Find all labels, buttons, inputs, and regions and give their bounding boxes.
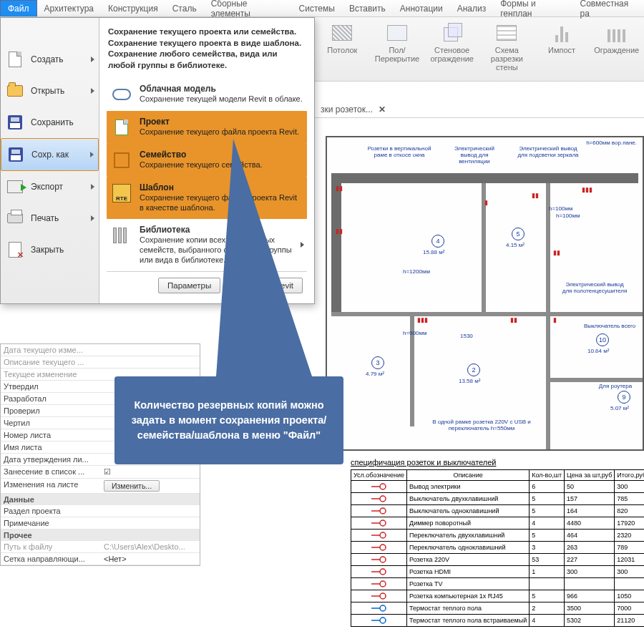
symbol-cell: [351, 517, 407, 530]
property-value[interactable]: [101, 356, 200, 368]
schedule-row: Диммер поворотный4448017920Legra: [351, 517, 645, 530]
property-key: Описание текущего ...: [1, 356, 101, 368]
dim-label: h=100мм: [549, 206, 572, 213]
symbol-cell: [351, 554, 407, 566]
symbol-cell: [351, 530, 407, 542]
file-save[interactable]: Сохранить: [1, 107, 99, 138]
template-icon: RTE: [111, 182, 132, 204]
property-value[interactable]: C:\Users\Alex\Deskto...: [101, 541, 200, 552]
close-icon[interactable]: ✕: [379, 104, 386, 114]
schedule-header: Усл.обозначение: [351, 470, 407, 481]
svg-point-21: [380, 605, 386, 611]
file-print[interactable]: Печать: [1, 203, 99, 234]
schedule-row: Переключатель одноклавишний3263789Legra: [351, 542, 645, 554]
property-value[interactable]: Изменить...: [101, 479, 200, 493]
property-value[interactable]: ☑: [101, 466, 200, 478]
dim-label: h=900мм: [403, 331, 426, 337]
property-value[interactable]: [101, 344, 200, 356]
edit-button[interactable]: Изменить...: [104, 480, 160, 492]
drawing-canvas[interactable]: h=600мм вор.пане. 4 15.88 м² 5 4.15 м² 3…: [326, 136, 644, 451]
family-icon: [111, 150, 132, 171]
tab-structure[interactable]: Конструкция: [101, 1, 165, 16]
schedule-table: специфичация розеток и выключателей Усл.…: [351, 455, 644, 627]
btn-ceiling[interactable]: Потолок: [315, 17, 370, 57]
tab-systems[interactable]: Системы: [292, 1, 342, 16]
file-close[interactable]: Закрыть: [1, 234, 99, 265]
annotation: В одной рамке розетка 220V с USB и перек…: [431, 419, 532, 432]
chevron-right-icon: [91, 184, 94, 190]
room-area: 4.79 м²: [366, 371, 384, 377]
chevron-right-icon: [90, 152, 94, 157]
tab-analyze[interactable]: Анализ: [450, 1, 494, 16]
property-row[interactable]: Раздел проекта: [1, 505, 200, 517]
schedule-row: Розетка компьютерная 1x RJ4559661050Legr…: [351, 590, 645, 602]
property-value[interactable]: <Нет>: [101, 553, 200, 565]
schedule-header: Итого,руб: [615, 470, 644, 481]
schedule-row: Выключатель одноклавишний5164820Legra: [351, 505, 645, 517]
btn-curtain-wall[interactable]: Стеновое ограждение: [424, 17, 479, 66]
ceiling-icon: [331, 21, 353, 44]
btn-mullion[interactable]: Импост: [535, 17, 590, 57]
room-tag: 3: [371, 356, 384, 369]
railing-label: Ограждение: [594, 46, 639, 54]
saveas-cloud[interactable]: Облачная модельСохранение текущей модели…: [107, 78, 307, 111]
svg-point-23: [380, 618, 386, 623]
view-tab-title: зки розеток...: [321, 104, 373, 114]
property-key: Разработал: [1, 393, 101, 404]
svg-point-9: [380, 532, 386, 538]
schedule-row: Розетка 220V5322712031Legra: [351, 554, 645, 566]
property-key: Текущее изменение: [1, 369, 101, 380]
tab-annotate[interactable]: Аннотации: [393, 1, 450, 16]
railing-icon: [605, 21, 628, 44]
symbol-cell: [351, 505, 407, 517]
chevron-right-icon: [91, 88, 94, 94]
btn-curtain-grid[interactable]: Схема разрезки стены: [479, 17, 535, 74]
svg-point-1: [380, 484, 386, 489]
btn-floor[interactable]: Пол/Перекрытие: [370, 17, 425, 66]
btn-railing[interactable]: Ограждение: [589, 17, 644, 57]
file-save-as[interactable]: Сохр. как: [1, 138, 99, 171]
tab-steel[interactable]: Сталь: [165, 1, 204, 16]
svg-point-11: [380, 545, 386, 550]
tab-architecture[interactable]: Архитектура: [37, 1, 102, 16]
property-value[interactable]: [101, 505, 200, 517]
curtain-grid-label: Схема разрезки стены: [481, 46, 533, 72]
file-open[interactable]: Открыть: [1, 75, 99, 107]
file-create[interactable]: Создать: [1, 44, 99, 75]
property-group[interactable]: Прочее: [1, 530, 200, 541]
property-row[interactable]: Изменения на листеИзменить...: [1, 479, 200, 494]
schedule-row: Розетка HDMI1300300Legra: [351, 566, 645, 578]
options-button[interactable]: Параметры: [158, 278, 220, 293]
view-tab[interactable]: зки розеток... ✕: [315, 102, 644, 118]
room-tag: 2: [467, 364, 480, 376]
property-row[interactable]: Путь к файлуC:\Users\Alex\Deskto...: [1, 541, 200, 553]
symbol-cell: [351, 566, 407, 578]
chevron-right-icon: [91, 57, 94, 62]
room-tag: 9: [618, 391, 630, 404]
saveas-description: Сохранение текущего проекта или семейств…: [107, 25, 307, 78]
ribbon-tabs: Файл Архитектура Конструкция Сталь Сборн…: [0, 0, 644, 17]
property-row[interactable]: Описание текущего ...: [1, 356, 200, 369]
tab-insert[interactable]: Вставить: [342, 1, 393, 16]
property-row[interactable]: Дата текущего изме...: [1, 344, 200, 356]
room-area: 4.15 м²: [506, 242, 525, 248]
symbol-cell: [351, 578, 407, 590]
property-row[interactable]: Примечание: [1, 517, 200, 530]
chevron-right-icon: [91, 215, 94, 221]
svg-point-17: [380, 581, 386, 587]
tab-file[interactable]: Файл: [0, 0, 37, 16]
property-row[interactable]: Сетка направляющи...<Нет>: [1, 553, 200, 565]
property-value[interactable]: [101, 517, 200, 529]
save-icon: [6, 114, 24, 131]
file-export[interactable]: Экспорт: [1, 171, 99, 203]
property-key: Утвердил: [1, 381, 101, 392]
property-row[interactable]: Занесение в список ...☑: [1, 466, 200, 479]
symbol-cell: [351, 602, 407, 615]
property-group[interactable]: Данные: [1, 494, 200, 505]
dim-label: 1530: [460, 333, 473, 340]
symbol-cell: [351, 590, 407, 602]
new-icon: [6, 51, 24, 68]
svg-point-13: [380, 557, 386, 562]
schedule-row: Переключатель двухклавишний54642320Legra: [351, 530, 645, 542]
mullion-label: Импост: [548, 46, 575, 54]
